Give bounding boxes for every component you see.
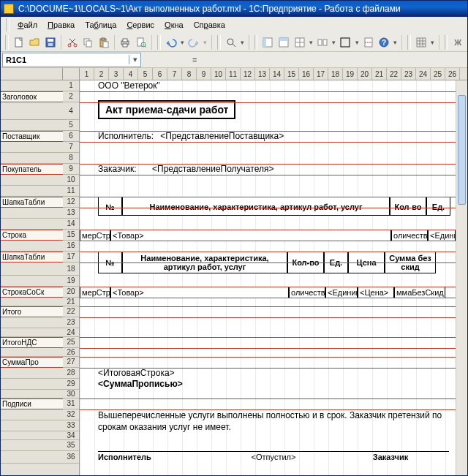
- menu-table[interactable]: Таблица: [80, 19, 121, 31]
- open-button[interactable]: [28, 34, 42, 50]
- grip-icon[interactable]: [157, 35, 161, 50]
- sheet-area[interactable]: ЗаголовокПоставщикПокупательШапкаТаблиСт…: [1, 80, 467, 475]
- col-header[interactable]: 17: [314, 68, 328, 80]
- row-number[interactable]: 35: [63, 440, 79, 451]
- section-blank[interactable]: [1, 451, 63, 464]
- section-shapka2[interactable]: ШапкаТабли: [1, 252, 63, 262]
- row-number[interactable]: 28: [63, 368, 79, 379]
- row-number[interactable]: 2: [63, 91, 79, 102]
- section-blank[interactable]: [1, 262, 63, 276]
- section-blank[interactable]: [1, 241, 63, 252]
- row-number[interactable]: 10: [63, 175, 79, 186]
- col-header[interactable]: 12: [241, 68, 255, 80]
- row-number[interactable]: 6: [63, 131, 79, 142]
- menu-service[interactable]: Сервис: [122, 19, 159, 31]
- undo-dropdown[interactable]: ▾: [180, 39, 185, 46]
- cells-button[interactable]: [292, 34, 306, 50]
- row-number[interactable]: 1: [63, 80, 79, 91]
- undo-button[interactable]: [165, 34, 178, 50]
- row-number[interactable]: 15: [63, 230, 79, 241]
- menu-help[interactable]: Справка: [189, 19, 230, 31]
- row-number[interactable]: 19: [63, 276, 79, 287]
- col-header[interactable]: 23: [401, 68, 416, 80]
- title-bar[interactable]: C:\DOCUME~1\LOCALS~1\Акт выполненных раб…: [1, 1, 467, 17]
- grip-icon[interactable]: [445, 35, 448, 50]
- col-header[interactable]: 19: [343, 68, 358, 80]
- col-header[interactable]: 11: [226, 68, 241, 80]
- section-blank[interactable]: [1, 390, 63, 398]
- grid-dropdown[interactable]: ▾: [430, 39, 435, 46]
- save-button[interactable]: [44, 34, 58, 50]
- section-pokupatel[interactable]: Покупатель: [1, 164, 63, 175]
- section-blank[interactable]: [1, 440, 63, 451]
- menu-edit[interactable]: Правка: [43, 19, 79, 31]
- search-button[interactable]: [224, 34, 238, 50]
- print-button[interactable]: [118, 34, 132, 50]
- section-blank[interactable]: [1, 328, 63, 337]
- row-number[interactable]: 32: [63, 409, 79, 420]
- row-number[interactable]: 22: [63, 306, 79, 317]
- redo-button[interactable]: [187, 34, 201, 50]
- section-stroka[interactable]: Строка: [1, 230, 63, 241]
- menu-file[interactable]: Файл: [13, 19, 42, 31]
- grip-icon[interactable]: [254, 35, 258, 50]
- row-number[interactable]: 20: [63, 287, 79, 298]
- new-button[interactable]: [12, 34, 26, 50]
- section-shapka1[interactable]: ШапкаТабли: [1, 197, 63, 208]
- grid-button[interactable]: [415, 34, 429, 50]
- cut-button[interactable]: [65, 34, 79, 50]
- col-header[interactable]: 8: [182, 68, 197, 80]
- grip-icon[interactable]: [407, 35, 411, 50]
- row-number[interactable]: 23: [63, 317, 79, 328]
- row-number[interactable]: 36: [63, 451, 79, 464]
- col-header[interactable]: 14: [270, 68, 284, 80]
- col-header[interactable]: 16: [299, 68, 314, 80]
- section-blank[interactable]: [1, 175, 63, 186]
- bold-button[interactable]: Ж: [451, 38, 464, 47]
- section-blank[interactable]: [1, 348, 63, 357]
- section-blank[interactable]: [1, 317, 63, 328]
- section-strokaCoSk[interactable]: СтрокаСоСк: [1, 287, 63, 298]
- row-number[interactable]: 21: [63, 298, 79, 306]
- menu-windows[interactable]: Окна: [160, 19, 188, 31]
- borders-button[interactable]: [339, 34, 352, 50]
- paste-button[interactable]: [97, 34, 111, 50]
- row-number[interactable]: 7: [63, 142, 79, 153]
- scroll-thumb[interactable]: [458, 95, 466, 205]
- row-number[interactable]: 30: [63, 390, 79, 398]
- section-blank[interactable]: [1, 219, 63, 230]
- search-dropdown[interactable]: ▾: [240, 39, 245, 46]
- row-number[interactable]: 34: [63, 431, 79, 440]
- section-itogoNds[interactable]: ИтогоНДС: [1, 337, 63, 348]
- borders-dropdown[interactable]: ▾: [355, 39, 360, 46]
- section-blank[interactable]: [1, 420, 63, 431]
- vertical-scrollbar[interactable]: [456, 80, 467, 475]
- help-dropdown[interactable]: ▾: [393, 39, 399, 46]
- row-number[interactable]: 25: [63, 337, 79, 348]
- col-header[interactable]: 24: [416, 68, 431, 80]
- col-header[interactable]: 13: [255, 68, 270, 80]
- row-number[interactable]: 33: [63, 420, 79, 431]
- merge-button[interactable]: [316, 34, 330, 50]
- col-header[interactable]: 1: [80, 68, 94, 80]
- section-postavshik[interactable]: Поставщик: [1, 131, 63, 142]
- row-number[interactable]: 26: [63, 348, 79, 357]
- row-number[interactable]: 12: [63, 197, 79, 208]
- copy-button[interactable]: [81, 34, 95, 50]
- section-blank[interactable]: [1, 379, 63, 390]
- row-number[interactable]: 18: [63, 262, 79, 276]
- row-number[interactable]: 24: [63, 328, 79, 337]
- section-summaProp[interactable]: СуммаПро: [1, 357, 63, 368]
- section-blank[interactable]: [1, 409, 63, 420]
- col-header[interactable]: 5: [138, 68, 153, 80]
- row-number[interactable]: 8: [63, 153, 79, 164]
- col-header[interactable]: 20: [358, 68, 372, 80]
- col-header[interactable]: 25: [431, 68, 445, 80]
- grip-icon[interactable]: [217, 35, 221, 50]
- col-header[interactable]: 26: [445, 68, 460, 80]
- row-number[interactable]: 16: [63, 241, 79, 252]
- section-blank[interactable]: [1, 80, 63, 91]
- section-blank[interactable]: [1, 186, 63, 197]
- row-number[interactable]: 4: [63, 102, 79, 120]
- col-header[interactable]: 6: [153, 68, 167, 80]
